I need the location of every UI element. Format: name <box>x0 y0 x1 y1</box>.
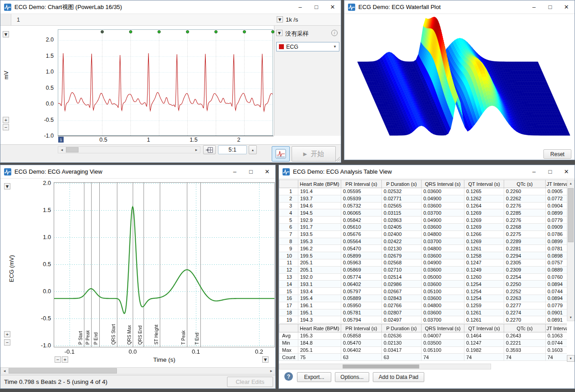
add-to-data-pad-button[interactable]: Add to Data Pad <box>373 372 424 382</box>
zoom-out-button[interactable]: − <box>3 124 9 130</box>
rate-dropdown-button[interactable]: ▼ <box>277 16 283 23</box>
column-header[interactable]: JT Interval (s) <box>546 180 567 188</box>
scrollbar-thumb[interactable] <box>568 188 574 242</box>
horizontal-scrollbar[interactable]: ◂ ▸ <box>58 146 200 153</box>
scroll-left-icon[interactable]: ◂ <box>58 147 65 153</box>
channel-dropdown-icon[interactable]: ▼ <box>333 45 337 49</box>
table-row[interactable]: 4194.50.060650.031150.037000.12690.22850… <box>279 209 567 217</box>
help-button[interactable]: ? <box>284 372 293 381</box>
summary-table[interactable]: Heart Rate (BPM)PR Interval (s)P Duratio… <box>279 324 567 361</box>
minimize-button[interactable]: – <box>227 165 243 178</box>
summary-table-container[interactable]: Heart Rate (BPM)PR Interval (s)P Duratio… <box>279 324 567 362</box>
table-row[interactable]: 8195.30.055640.024220.037000.12690.22890… <box>279 238 567 245</box>
close-button[interactable]: ✕ <box>558 0 575 14</box>
scrollbar-thumb[interactable] <box>343 364 419 369</box>
plot-options-dropdown[interactable]: ▼ <box>262 356 269 363</box>
titlebar[interactable]: ECG Demo: Chart视图 (PowerLab 16/35) – □ ✕ <box>0 0 341 14</box>
beat-marker-dot[interactable] <box>243 30 246 33</box>
analysis-table[interactable]: Heart Rate (BPM)PR Interval (s)P Duratio… <box>279 180 567 323</box>
maximize-button[interactable]: □ <box>308 0 325 14</box>
scroll-up-icon[interactable]: ▴ <box>567 180 574 187</box>
table-row[interactable]: 18195.10.057810.028070.036000.12610.2274… <box>279 309 567 316</box>
scroll-right-icon[interactable]: ▸ <box>268 368 275 374</box>
scope-view-toggle[interactable] <box>272 146 290 161</box>
summary-scroll-down-button[interactable]: ▾ <box>567 355 575 362</box>
column-header[interactable]: JT Interval (s) <box>546 324 567 332</box>
minimize-button[interactable]: – <box>526 165 542 178</box>
scrollbar-thumb[interactable] <box>9 368 117 374</box>
beat-marker-dot[interactable] <box>158 30 161 33</box>
table-row[interactable]: 5192.90.058420.028630.049000.12690.22760… <box>279 217 567 224</box>
table-row[interactable]: 12205.10.058690.027100.036000.12490.2309… <box>279 266 567 273</box>
table-row[interactable]: Max205.10.064020.034170.051000.19820.359… <box>279 346 567 354</box>
table-row[interactable]: 13192.00.057740.025140.050000.12600.2254… <box>279 273 567 281</box>
table-row[interactable]: 9196.20.054700.021300.048000.12610.22810… <box>279 245 567 252</box>
table-row[interactable]: 10199.50.058990.026790.036000.12580.2294… <box>279 252 567 259</box>
table-row[interactable]: 16195.40.058890.028430.036000.12540.2263… <box>279 295 567 302</box>
sampling-dropdown-button[interactable]: ▼ <box>276 30 283 36</box>
maximize-button[interactable]: □ <box>542 0 558 14</box>
compression-ratio[interactable]: 5:1 <box>218 145 247 154</box>
table-row[interactable]: 3194.60.057320.025650.036000.12640.22760… <box>279 202 567 209</box>
export-button[interactable]: Export... <box>297 372 331 382</box>
close-button[interactable]: ✕ <box>259 165 275 178</box>
column-header[interactable]: QRS Interval (s) <box>422 324 464 332</box>
column-header[interactable]: P Duration (s) <box>382 180 422 188</box>
column-header[interactable]: QT Interval (s) <box>464 324 504 332</box>
titlebar[interactable]: ECG Demo: ECG Averaging View – □ ✕ <box>0 165 275 179</box>
beat-marker-dot[interactable] <box>271 30 274 33</box>
horizontal-scrollbar[interactable] <box>279 364 491 369</box>
ecg-strip-plot[interactable] <box>58 29 273 136</box>
channel-selector[interactable]: ECG ▼ <box>276 42 339 51</box>
table-row[interactable]: Count75636374747474 <box>279 354 567 361</box>
y-axis-dropdown-button[interactable]: ▼ <box>4 183 10 189</box>
table-row[interactable]: 17196.10.059500.027660.048000.12590.2277… <box>279 302 567 309</box>
options-button[interactable]: Options... <box>335 372 369 382</box>
table-row[interactable]: 6191.70.056100.024050.036000.12690.22680… <box>279 223 567 231</box>
ratio-up-button[interactable]: ▴ <box>249 145 257 154</box>
titlebar[interactable]: ECG Demo: ECG Waterfall Plot – □ ✕ <box>344 0 575 14</box>
reset-button[interactable]: Reset <box>543 149 571 159</box>
table-row[interactable]: Min184.80.054700.021300.035000.12470.222… <box>279 339 567 346</box>
table-row[interactable]: 14193.10.064020.029860.036000.12540.2250… <box>279 281 567 288</box>
table-row[interactable]: Avg195.30.058580.026360.040070.14640.264… <box>279 332 567 340</box>
analysis-table-container[interactable]: Heart Rate (BPM)PR Interval (s)P Duratio… <box>279 180 567 323</box>
scroll-left-icon[interactable]: ◂ <box>1 368 8 374</box>
view-mode-button[interactable] <box>203 145 216 154</box>
column-header[interactable]: PR Interval (s) <box>341 324 382 332</box>
minimize-button[interactable]: – <box>292 0 308 14</box>
scroll-down-icon[interactable]: ▾ <box>567 314 574 321</box>
beat-marker-dot[interactable] <box>129 30 132 33</box>
zoom-out-button[interactable]: − <box>4 339 10 346</box>
titlebar[interactable]: ECG Demo: ECG Analysis Table View – □ ✕ <box>279 165 575 179</box>
start-button[interactable]: ▶ 开始 <box>292 146 336 161</box>
table-row[interactable]: 19194.30.057940.024970.037000.12610.2270… <box>279 316 567 323</box>
close-button[interactable]: ✕ <box>325 0 341 14</box>
table-row[interactable]: 2193.70.059390.027710.049000.12620.22620… <box>279 195 567 202</box>
scrollbar-thumb[interactable] <box>66 147 79 152</box>
close-button[interactable]: ✕ <box>558 165 575 178</box>
column-header[interactable]: P Duration (s) <box>382 324 422 332</box>
maximize-button[interactable]: □ <box>243 165 259 178</box>
sample-rate-label[interactable]: 1k /s <box>286 16 298 23</box>
zoom-in-button[interactable]: + <box>3 117 9 123</box>
table-row[interactable]: 15193.40.057970.026670.051000.12540.2252… <box>279 288 567 295</box>
vertical-scrollbar[interactable]: ▴ ▾ <box>567 180 575 321</box>
column-header[interactable]: Heart Rate (BPM) <box>298 324 341 332</box>
waterfall-plot[interactable] <box>346 15 573 146</box>
y-axis-dropdown-button[interactable]: ▼ <box>3 31 9 37</box>
page-number[interactable]: 1 <box>17 16 20 23</box>
column-header[interactable]: QTc (s) <box>504 324 546 332</box>
resize-grip[interactable] <box>334 156 340 162</box>
averaging-plot[interactable] <box>54 182 275 347</box>
column-header[interactable]: QT Interval (s) <box>464 180 504 188</box>
averaging-plot-area[interactable]: P StartP PeakP EndQRS StartQRS MaxQRS En… <box>54 182 275 347</box>
beat-marker-dot[interactable] <box>186 30 189 33</box>
table-row[interactable]: 11205.10.059630.025680.049000.12470.2305… <box>279 259 567 266</box>
beat-marker-dot[interactable] <box>214 30 218 33</box>
table-row[interactable]: 7193.50.056760.024000.048000.12660.22750… <box>279 231 567 238</box>
column-header[interactable]: Heart Rate (BPM) <box>298 180 341 188</box>
beat-marker-dot[interactable] <box>101 30 104 33</box>
table-row[interactable]: 1191.40.055950.025320.036000.12650.22600… <box>279 188 567 195</box>
column-header[interactable]: QTc (s) <box>504 180 546 188</box>
